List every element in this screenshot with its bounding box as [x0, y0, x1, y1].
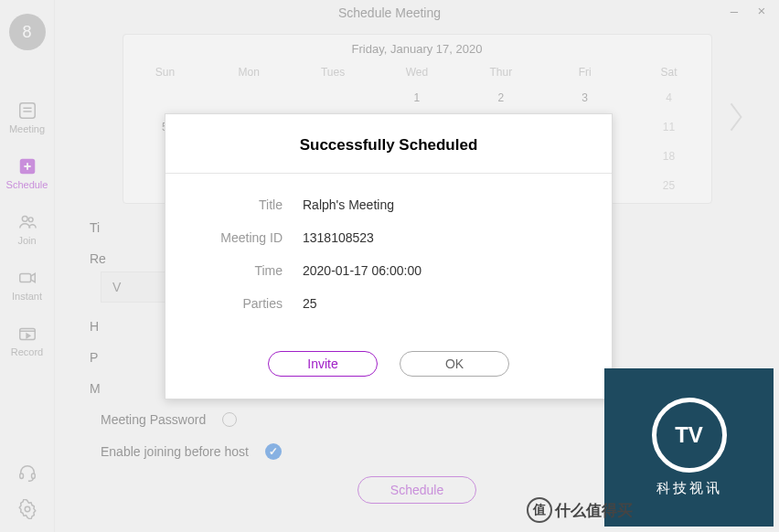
ok-button[interactable]: OK — [400, 351, 509, 377]
invite-button[interactable]: Invite — [268, 351, 378, 377]
watermark-text: 科技视讯 — [656, 480, 722, 497]
stamp: 值 什么值得买 — [527, 497, 633, 523]
modal-row-time: Time 2020-01-17 06:00:00 — [193, 263, 584, 278]
modal-title: Successfully Scheduled — [165, 114, 612, 174]
success-modal: Successfully Scheduled Title Ralph's Mee… — [165, 113, 613, 399]
stamp-coin: 值 — [527, 497, 552, 523]
modal-row-parties: Parties 25 — [193, 296, 584, 311]
modal-row-title: Title Ralph's Meeting — [193, 197, 584, 212]
watermark-circle: TV — [652, 398, 727, 473]
stamp-text: 什么值得买 — [555, 500, 633, 521]
modal-row-meeting-id: Meeting ID 1318108523 — [193, 230, 584, 245]
